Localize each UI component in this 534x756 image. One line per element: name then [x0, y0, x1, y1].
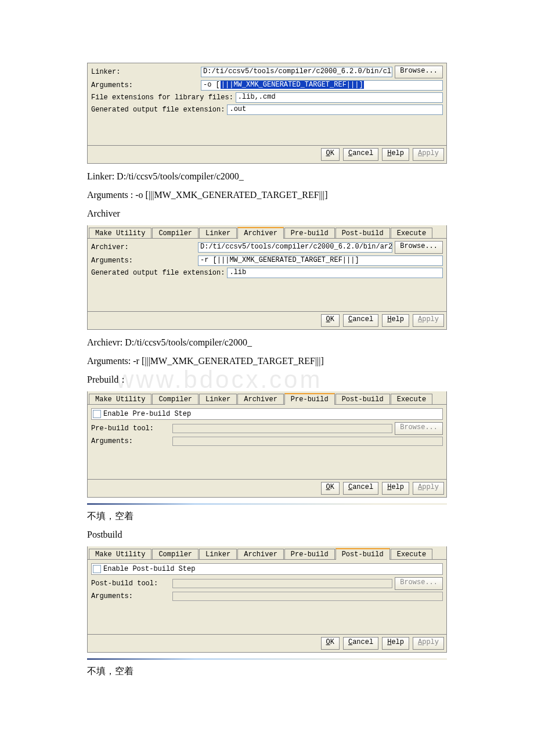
cancel-button[interactable]: Cancel: [343, 148, 378, 161]
checkbox-icon[interactable]: [93, 410, 101, 418]
ok-button[interactable]: OK: [321, 148, 340, 161]
cancel-button[interactable]: Cancel: [343, 314, 378, 327]
arguments-label: Arguments:: [91, 81, 199, 89]
enable-postbuild-row[interactable]: Enable Post-build Step: [91, 563, 443, 575]
apply-button[interactable]: Apply: [413, 148, 444, 161]
ok-button[interactable]: OK: [321, 482, 340, 495]
tab-prebuild[interactable]: Pre-build: [284, 549, 335, 559]
arguments-label: Arguments:: [91, 592, 170, 600]
linker-label: Linker:: [91, 68, 199, 76]
tab-make[interactable]: Make Utility: [89, 394, 151, 404]
arguments-input: [172, 592, 443, 601]
tab-execute[interactable]: Execute: [391, 394, 432, 404]
help-button[interactable]: Help: [382, 482, 409, 495]
arguments-input[interactable]: -r [|||MW_XMK_GENERATED_TARGET_REF|||]: [198, 255, 443, 266]
browse-button: Browse...: [395, 577, 443, 590]
enable-postbuild-label: Enable Post-build Step: [103, 565, 195, 573]
doc-text: Archievr: D:/ti/ccsv5/tools/compiler/c20…: [87, 336, 447, 350]
archiver-label: Archiver:: [91, 243, 196, 251]
browse-button[interactable]: Browse...: [395, 66, 443, 78]
postbuild-tool-label: Post-build tool:: [91, 579, 170, 588]
apply-button[interactable]: Apply: [413, 314, 444, 327]
tab-compiler[interactable]: Compiler: [152, 549, 199, 559]
doc-text: Prebuild：: [87, 373, 447, 387]
tab-make[interactable]: Make Utility: [89, 228, 151, 238]
enable-prebuild-row[interactable]: Enable Pre-build Step: [91, 408, 443, 420]
prebuild-panel: Make Utility Compiler Linker Archiver Pr…: [87, 391, 447, 498]
cancel-button[interactable]: Cancel: [343, 482, 378, 495]
enable-prebuild-label: Enable Pre-build Step: [103, 410, 191, 418]
doc-text: 不填，空着: [87, 509, 447, 523]
linker-panel: Linker: D:/ti/ccsv5/tools/compiler/c2000…: [87, 63, 447, 164]
archiver-input[interactable]: D:/ti/ccsv5/tools/compiler/c2000_6.2.0/b…: [198, 242, 392, 253]
tab-prebuild[interactable]: Pre-build: [284, 393, 335, 405]
selected-text: |||MW_XMK_GENERATED_TARGET_REF|||]: [221, 81, 364, 89]
browse-button[interactable]: Browse...: [395, 241, 443, 254]
gen-out-input[interactable]: .lib: [227, 268, 443, 278]
tab-postbuild[interactable]: Post-build: [335, 228, 390, 238]
ext-lib-input[interactable]: .lib,.cmd: [236, 92, 443, 103]
tab-postbuild[interactable]: Post-build: [335, 394, 390, 404]
doc-text: Linker: D:/ti/ccsv5/tools/compiler/c2000…: [87, 170, 447, 183]
linker-input[interactable]: D:/ti/ccsv5/tools/compiler/c2000_6.2.0/b…: [201, 67, 392, 77]
doc-text: Arguments: -r [|||MW_XMK_GENERATED_TARGE…: [87, 354, 447, 368]
tab-execute[interactable]: Execute: [391, 228, 432, 238]
ok-button[interactable]: OK: [321, 637, 340, 650]
cancel-button[interactable]: Cancel: [343, 637, 378, 650]
doc-text: 不填，空着: [87, 664, 447, 678]
prebuild-tool-label: Pre-build tool:: [91, 424, 170, 433]
help-button[interactable]: Help: [382, 148, 409, 161]
postbuild-panel: Make Utility Compiler Linker Archiver Pr…: [87, 546, 447, 653]
tab-linker[interactable]: Linker: [199, 549, 237, 559]
tab-archiver[interactable]: Archiver: [237, 549, 284, 559]
tab-compiler[interactable]: Compiler: [152, 228, 199, 238]
doc-text: Postbuild: [87, 528, 447, 542]
tab-prebuild[interactable]: Pre-build: [284, 228, 335, 238]
ok-button[interactable]: OK: [321, 314, 340, 327]
gen-out-label: Generated output file extension:: [91, 269, 225, 277]
apply-button[interactable]: Apply: [413, 637, 444, 650]
help-button[interactable]: Help: [382, 637, 409, 650]
doc-text: Archiver: [87, 207, 447, 221]
arguments-label: Arguments:: [91, 257, 196, 265]
postbuild-tool-input: [172, 579, 392, 588]
gen-out-label: Generated output file extension:: [91, 106, 225, 114]
browse-button: Browse...: [395, 422, 443, 435]
archiver-panel: Make Utility Compiler Linker Archiver Pr…: [87, 225, 447, 330]
tab-archiver[interactable]: Archiver: [237, 227, 284, 239]
checkbox-icon[interactable]: [93, 565, 101, 573]
ext-lib-label: File extensions for library files:: [91, 93, 233, 102]
tab-linker[interactable]: Linker: [199, 228, 237, 238]
tab-make[interactable]: Make Utility: [89, 549, 151, 559]
arguments-input: [172, 437, 443, 446]
prebuild-tool-input: [172, 424, 392, 433]
tab-archiver[interactable]: Archiver: [237, 394, 284, 404]
arguments-label: Arguments:: [91, 437, 170, 445]
apply-button[interactable]: Apply: [413, 482, 444, 495]
tab-linker[interactable]: Linker: [199, 394, 237, 404]
tab-compiler[interactable]: Compiler: [152, 394, 199, 404]
gen-out-input[interactable]: .out: [227, 105, 443, 115]
arguments-input[interactable]: -o [|||MW_XMK_GENERATED_TARGET_REF|||]: [201, 80, 443, 91]
doc-text: Arguments : -o [|||MW_XMK_GENERATED_TARG…: [87, 188, 447, 202]
tab-postbuild[interactable]: Post-build: [335, 548, 390, 560]
help-button[interactable]: Help: [382, 314, 409, 327]
tab-execute[interactable]: Execute: [391, 549, 432, 559]
